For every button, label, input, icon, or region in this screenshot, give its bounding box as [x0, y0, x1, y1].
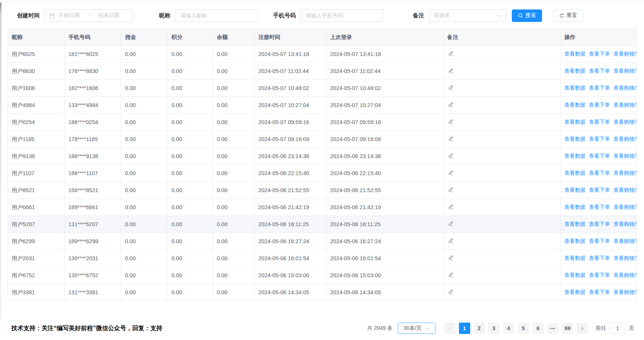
view-order-link[interactable]: 查看下单 [589, 51, 610, 57]
table-row: 用户1606182****16060.000.000.002024-05-07 … [8, 80, 637, 97]
phone-input[interactable] [300, 9, 383, 22]
page-button-1[interactable]: 1 [459, 323, 470, 334]
view-order-link[interactable]: 查看下单 [589, 272, 610, 278]
edit-remark-icon[interactable] [448, 255, 454, 261]
support-text: 技术支持：关注“编写美好前程”微信公众号，回复：支持 [11, 324, 162, 332]
view-data-link[interactable]: 查看数据 [564, 170, 585, 176]
view-cart-link[interactable]: 查看购物车 [613, 153, 637, 159]
edit-remark-icon[interactable] [448, 187, 454, 193]
table-row: 用户1107186****11070.000.000.002024-05-06 … [8, 165, 637, 182]
points-cell: 0.00 [168, 131, 213, 148]
view-cart-link[interactable]: 查看购物车 [613, 51, 637, 57]
phone-cell: 131****5207 [65, 216, 121, 233]
edit-remark-icon[interactable] [448, 289, 454, 295]
view-cart-link[interactable]: 查看购物车 [613, 272, 637, 278]
column-header-phone: 手机号码 [65, 29, 121, 46]
view-data-link[interactable]: 查看数据 [564, 136, 585, 142]
edit-remark-icon[interactable] [448, 102, 454, 107]
nickname-input[interactable] [175, 9, 258, 22]
view-order-link[interactable]: 查看下单 [589, 204, 610, 210]
commission-cell: 0.00 [121, 97, 168, 114]
view-order-link[interactable]: 查看下单 [589, 170, 610, 176]
edit-remark-icon[interactable] [448, 204, 454, 210]
view-order-link[interactable]: 查看下单 [589, 85, 610, 91]
points-cell: 0.00 [168, 267, 213, 284]
create-time-range-picker[interactable]: 开始日期 - 结束日期 [44, 9, 133, 22]
edit-remark-icon[interactable] [448, 221, 454, 227]
next-page-button[interactable]: › [577, 323, 588, 334]
view-order-link[interactable]: 查看下单 [589, 238, 610, 244]
view-data-link[interactable]: 查看数据 [564, 289, 585, 295]
page-button-3[interactable]: 3 [488, 323, 500, 334]
page-size-select[interactable]: 30条/页 [398, 323, 436, 334]
column-header-register-time: 注册时间 [255, 29, 326, 46]
view-data-link[interactable]: 查看数据 [564, 255, 585, 261]
view-cart-link[interactable]: 查看购物车 [613, 85, 637, 91]
view-order-link[interactable]: 查看下单 [589, 119, 610, 125]
edit-remark-icon[interactable] [448, 136, 454, 141]
view-cart-link[interactable]: 查看购物车 [613, 170, 637, 176]
view-order-link[interactable]: 查看下单 [589, 68, 610, 74]
view-order-link[interactable]: 查看下单 [589, 289, 610, 295]
view-data-link[interactable]: 查看数据 [564, 153, 585, 159]
view-cart-link[interactable]: 查看购物车 [613, 204, 637, 210]
view-order-link[interactable]: 查看下单 [589, 221, 610, 227]
edit-remark-icon[interactable] [448, 170, 454, 175]
remark-select[interactable]: 请选择 [429, 9, 506, 22]
view-cart-link[interactable]: 查看购物车 [613, 136, 637, 142]
more-pages-button[interactable]: ••• [547, 323, 559, 334]
reset-button[interactable]: 重置 [553, 9, 583, 22]
view-data-link[interactable]: 查看数据 [564, 272, 585, 278]
page-button-2[interactable]: 2 [474, 323, 485, 334]
view-data-link[interactable]: 查看数据 [564, 68, 585, 74]
commission-cell: 0.00 [121, 114, 168, 131]
edit-remark-icon[interactable] [448, 153, 454, 158]
edit-remark-icon[interactable] [448, 68, 454, 73]
page-button-4[interactable]: 4 [503, 323, 514, 334]
nickname-cell: 用户1606 [8, 80, 65, 97]
prev-page-button[interactable]: ‹ [444, 323, 456, 334]
create-time-label: 创建时间 [17, 12, 40, 19]
view-cart-link[interactable]: 查看购物车 [613, 289, 637, 295]
view-data-link[interactable]: 查看数据 [564, 187, 585, 193]
page-button-6[interactable]: 6 [533, 323, 544, 334]
view-data-link[interactable]: 查看数据 [564, 51, 585, 57]
view-cart-link[interactable]: 查看购物车 [613, 238, 637, 244]
view-cart-link[interactable]: 查看购物车 [613, 68, 637, 74]
page-button-69[interactable]: 69 [562, 323, 573, 334]
table-row: 用户0254186****02540.000.000.002024-05-07 … [8, 114, 637, 131]
page-button-5[interactable]: 5 [518, 323, 529, 334]
register-time-cell: 2024-05-07 09:16:09 [255, 131, 326, 148]
edit-remark-icon[interactable] [448, 85, 454, 90]
edit-remark-icon[interactable] [448, 51, 454, 56]
edit-remark-icon[interactable] [448, 119, 454, 124]
edit-remark-icon[interactable] [448, 238, 454, 244]
view-order-link[interactable]: 查看下单 [589, 255, 610, 261]
goto-page-input[interactable] [609, 323, 626, 334]
view-cart-link[interactable]: 查看购物车 [613, 119, 637, 125]
view-order-link[interactable]: 查看下单 [589, 102, 610, 108]
view-cart-link[interactable]: 查看购物车 [613, 255, 637, 261]
view-data-link[interactable]: 查看数据 [564, 119, 585, 125]
search-button[interactable]: 搜索 [512, 9, 542, 22]
edit-remark-icon[interactable] [448, 272, 454, 278]
view-cart-link[interactable]: 查看购物车 [613, 187, 637, 193]
view-data-link[interactable]: 查看数据 [564, 221, 585, 227]
goto-suffix: 页 [629, 325, 634, 332]
view-order-link[interactable]: 查看下单 [589, 153, 610, 159]
actions-cell: 查看数据查看下单查看购物车 [561, 63, 637, 80]
last-login-cell: 2024-05-07 10:27:04 [326, 97, 443, 114]
view-cart-link[interactable]: 查看购物车 [613, 102, 637, 108]
view-data-link[interactable]: 查看数据 [564, 85, 585, 91]
view-order-link[interactable]: 查看下单 [589, 187, 610, 193]
view-data-link[interactable]: 查看数据 [564, 238, 585, 244]
points-cell: 0.00 [168, 284, 213, 301]
view-data-link[interactable]: 查看数据 [564, 204, 585, 210]
view-order-link[interactable]: 查看下单 [589, 136, 610, 142]
view-data-link[interactable]: 查看数据 [564, 102, 585, 108]
search-icon [518, 13, 523, 18]
view-cart-link[interactable]: 查看购物车 [613, 221, 637, 227]
register-time-cell: 2024-05-06 15:03:00 [255, 267, 326, 284]
register-time-cell: 2024-05-06 18:11:25 [255, 216, 326, 233]
points-cell: 0.00 [168, 114, 213, 131]
